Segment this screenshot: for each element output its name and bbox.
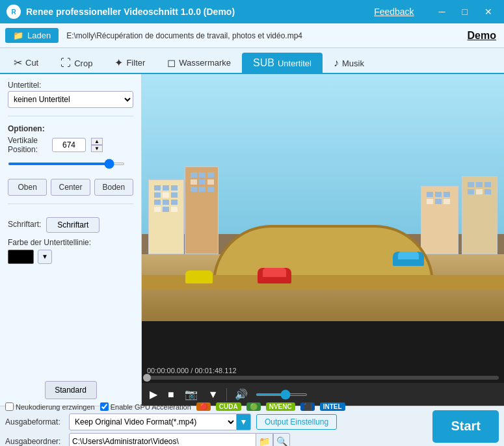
- tab-icon-crop: ⛶: [60, 57, 71, 69]
- building-3: [421, 186, 458, 254]
- optionen-section: Optionen: VertikalePosition: ▲ ▼: [8, 124, 133, 167]
- tab-icon-musik: ♪: [334, 57, 339, 69]
- standard-button[interactable]: Standard: [45, 381, 97, 399]
- farbe-section: Farbe der Untertitellinie: ▼: [8, 238, 133, 264]
- main-content: Untertitel: keinen Untertitel Optionen: …: [0, 74, 504, 406]
- untertitel-select[interactable]: keinen Untertitel: [8, 91, 133, 108]
- format-select[interactable]: Keep Original Video Format(*.mp4): [69, 413, 237, 430]
- tab-icon-untertitel: SUB: [253, 57, 274, 69]
- tab-label-musik: Musik: [342, 59, 364, 68]
- app-logo: R: [7, 5, 21, 19]
- divider-2: [8, 203, 133, 204]
- intel-badge: INTEL: [320, 402, 345, 411]
- neukodierung-checkbox-label[interactable]: Neukodierung erzwingen: [5, 402, 95, 411]
- gpu-icon-1: 🔴: [196, 402, 211, 411]
- progress-bar[interactable]: [147, 376, 499, 380]
- separator-1: [226, 388, 227, 401]
- gpu-icon-3: ⬛: [300, 402, 315, 411]
- tab-label-untertitel: Untertitel: [278, 59, 312, 68]
- gpu-text: Enable GPU Acceleration: [111, 403, 191, 411]
- bottom-start-col: Start: [427, 406, 504, 446]
- gpu-icon-2: 🟢: [246, 402, 261, 411]
- spin-up[interactable]: ▲: [91, 138, 103, 145]
- tab-label-wassermarke: Wassermarke: [179, 58, 231, 68]
- tab-label-crop: Crop: [74, 59, 92, 68]
- toolbar: 📁 Laden E:\molly\Récupération de documen…: [0, 23, 504, 48]
- video-preview: [142, 74, 504, 365]
- bottom-main: Neukodierung erzwingen Enable GPU Accele…: [0, 406, 427, 446]
- oben-button[interactable]: Oben: [8, 179, 47, 196]
- app-title: Renee professioneller Videoschnitt 1.0.0…: [26, 7, 374, 17]
- car-yellow: [185, 270, 213, 283]
- format-dropdown-button[interactable]: ▼: [237, 413, 251, 430]
- schriftart-button[interactable]: Schriftart: [46, 217, 99, 233]
- stop-button[interactable]: ■: [165, 387, 177, 402]
- untertitel-section: Untertitel: keinen Untertitel: [8, 81, 133, 108]
- untertitel-label: Untertitel:: [8, 81, 133, 90]
- neukodierung-text: Neukodierung erzwingen: [16, 403, 95, 411]
- feedback-link[interactable]: Feedback: [374, 7, 414, 17]
- screenshot-dropdown[interactable]: ▼: [206, 387, 221, 402]
- folder-input-wrap: 📁 🔍: [69, 433, 290, 446]
- laden-button[interactable]: 📁 Laden: [5, 28, 59, 43]
- color-swatch[interactable]: [8, 250, 34, 264]
- ausgabeordner-label: Ausgabeordner:: [5, 437, 64, 446]
- color-dropdown-button[interactable]: ▼: [38, 250, 52, 264]
- ausgabeordner-row: Ausgabeordner: 📁 🔍: [5, 433, 422, 446]
- tab-musik[interactable]: ♪Musik: [323, 53, 375, 73]
- folder-browse-button[interactable]: 📁: [256, 433, 273, 446]
- center-button[interactable]: Center: [51, 179, 90, 196]
- slider-row: [8, 157, 133, 167]
- untertitel-select-row: keinen Untertitel: [8, 91, 133, 108]
- nav-tabs: ✂Cut⛶Crop✦Filter◻WassermarkeSUBUntertite…: [0, 48, 504, 74]
- neukodierung-checkbox[interactable]: [5, 402, 14, 411]
- spin-down[interactable]: ▼: [91, 145, 103, 152]
- gpu-checkbox[interactable]: [100, 402, 109, 411]
- ausgabeformat-label: Ausgabeformat:: [5, 417, 64, 426]
- building-1: [148, 179, 184, 254]
- progress-thumb[interactable]: [143, 374, 151, 382]
- tab-cut[interactable]: ✂Cut: [3, 52, 49, 73]
- folder-input[interactable]: [69, 433, 256, 446]
- output-settings-button[interactable]: Output Einstellung: [256, 414, 337, 430]
- folder-search-button[interactable]: 🔍: [273, 433, 290, 446]
- tab-wassermarke[interactable]: ◻Wassermarke: [156, 52, 242, 73]
- farbe-label: Farbe der Untertitellinie:: [8, 238, 133, 247]
- position-slider[interactable]: [8, 163, 125, 165]
- maximize-button[interactable]: □: [457, 5, 473, 18]
- tab-filter[interactable]: ✦Filter: [103, 52, 156, 73]
- tab-crop[interactable]: ⛶Crop: [49, 53, 103, 73]
- screenshot-button[interactable]: 📷: [182, 387, 200, 402]
- boden-button[interactable]: Boden: [94, 179, 133, 196]
- farbe-row: ▼: [8, 250, 133, 264]
- logo-letter: R: [11, 8, 16, 16]
- vertikale-input[interactable]: [52, 138, 86, 152]
- tab-untertitel[interactable]: SUBUntertitel: [242, 53, 323, 73]
- spin-buttons: ▲ ▼: [91, 138, 103, 152]
- vertikale-row: VertikalePosition: ▲ ▼: [8, 136, 133, 155]
- laden-label: Laden: [27, 31, 51, 40]
- tab-icon-cut: ✂: [14, 57, 22, 69]
- optionen-label: Optionen:: [8, 124, 133, 133]
- play-button[interactable]: ▶: [147, 387, 160, 402]
- minimize-button[interactable]: ─: [434, 5, 451, 18]
- start-button[interactable]: Start: [432, 410, 499, 443]
- tab-icon-filter: ✦: [114, 57, 123, 69]
- right-panel: 00:00:00.000 / 00:01:48.112 ▶ ■ 📷 ▼ 🔊: [142, 74, 504, 406]
- building-4: [462, 176, 497, 254]
- title-bar: R Renee professioneller Videoschnitt 1.0…: [0, 0, 504, 23]
- bottom-row1: Neukodierung erzwingen Enable GPU Accele…: [5, 402, 422, 411]
- car-blue: [393, 252, 424, 266]
- gpu-checkbox-label[interactable]: Enable GPU Acceleration: [100, 402, 191, 411]
- position-buttons: Oben Center Boden: [8, 179, 133, 196]
- time-bar: 00:00:00.000 / 00:01:48.112: [142, 365, 504, 383]
- format-select-wrap: Keep Original Video Format(*.mp4) ▼: [69, 413, 251, 430]
- schriftart-label: Schriftart:: [8, 220, 41, 229]
- volume-slider[interactable]: [256, 393, 308, 396]
- building-2: [185, 166, 219, 254]
- file-path: E:\molly\Récupération de documents de tr…: [66, 31, 464, 40]
- bottom-container: Neukodierung erzwingen Enable GPU Accele…: [0, 406, 504, 446]
- tab-label-filter: Filter: [126, 58, 145, 68]
- close-button[interactable]: ✕: [479, 5, 497, 18]
- car-red: [258, 268, 291, 283]
